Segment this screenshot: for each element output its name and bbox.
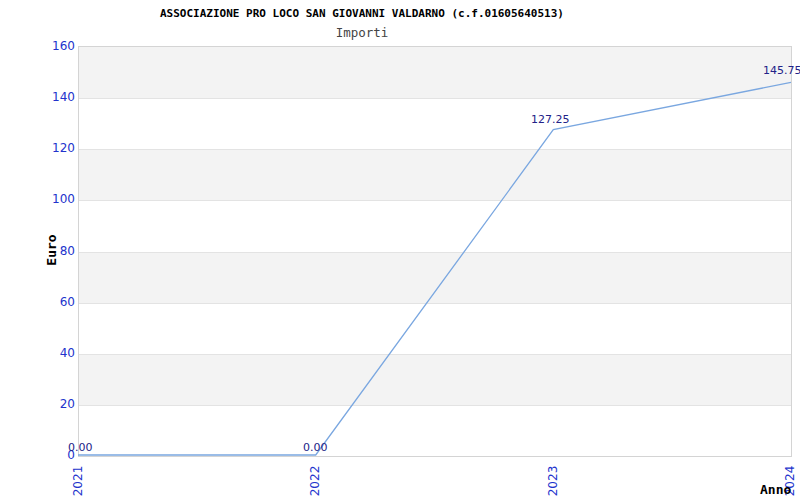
- x-tick-label: 2021: [71, 466, 85, 497]
- data-point-label: 127.25: [531, 113, 570, 126]
- grid-band: [79, 303, 791, 354]
- y-tick-label: 40: [60, 346, 75, 360]
- data-point-label: 0.00: [68, 441, 93, 454]
- y-tick-label: 100: [52, 192, 75, 206]
- data-point-label: 145.75: [763, 64, 800, 77]
- y-tick-label: 20: [60, 397, 75, 411]
- grid-band: [79, 200, 791, 252]
- grid-band: [79, 252, 791, 303]
- grid-band: [79, 354, 791, 405]
- chart-canvas: ASSOCIAZIONE PRO LOCO SAN GIOVANNI VALDA…: [0, 0, 800, 500]
- grid-band: [79, 405, 791, 456]
- data-point-label: 0.00: [303, 441, 328, 454]
- chart-title: ASSOCIAZIONE PRO LOCO SAN GIOVANNI VALDA…: [0, 7, 724, 20]
- grid-band: [79, 47, 791, 98]
- y-tick-label: 80: [60, 244, 75, 258]
- y-tick-label: 60: [60, 295, 75, 309]
- grid-band: [79, 98, 791, 149]
- y-tick-label: 140: [52, 90, 75, 104]
- plot-area: [78, 46, 792, 457]
- x-axis-title: Anno: [760, 482, 791, 497]
- y-tick-label: 120: [52, 141, 75, 155]
- x-tick-label: 2022: [308, 466, 322, 497]
- x-tick-label: 2023: [546, 466, 560, 497]
- y-tick-label: 160: [52, 39, 75, 53]
- chart-subtitle: Importi: [0, 25, 724, 40]
- grid-band: [79, 149, 791, 200]
- y-axis-title: Euro: [44, 234, 59, 265]
